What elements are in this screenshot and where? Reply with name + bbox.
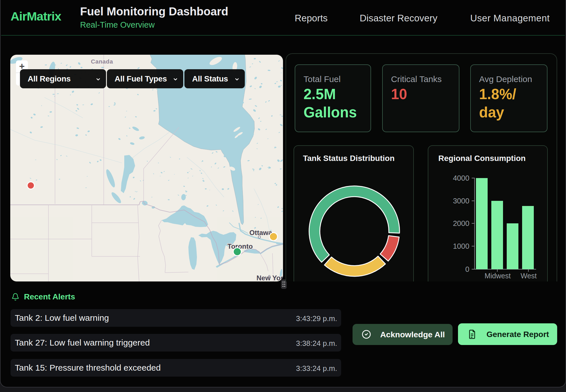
svg-text:Canada: Canada [91,58,113,65]
svg-text:New York: New York [256,274,283,281]
